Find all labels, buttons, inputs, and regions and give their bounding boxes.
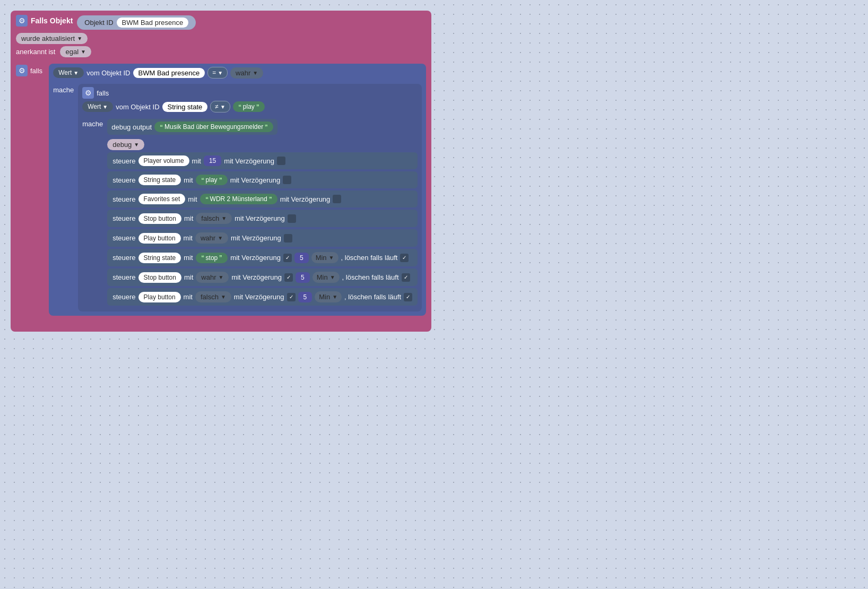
value-2: ❝ WDR 2 Münsterland ❞ xyxy=(200,194,277,204)
falls-label: falls xyxy=(30,67,42,75)
target-4[interactable]: Play button xyxy=(138,233,181,244)
play-quote-open: ❝ xyxy=(238,103,241,110)
loeschen-checkbox-5[interactable]: ✓ xyxy=(400,254,409,262)
delay-checkbox-2[interactable] xyxy=(333,195,341,203)
debug-output-row: debug output ❝ Musik Bad über Bewegungsm… xyxy=(107,116,418,138)
delay-num-7[interactable]: 5 xyxy=(298,292,313,302)
loeschen-label-6: , löschen falls läuft xyxy=(342,273,399,281)
target-0[interactable]: Player volume xyxy=(138,155,189,166)
mit-verz-label-4: mit Verzögerung xyxy=(231,234,281,242)
mit-verz-label-0: mit Verzögerung xyxy=(224,157,274,165)
steuere-row-7: steuere Play button mit falsch ▼ mit Ver… xyxy=(107,288,418,306)
value-0[interactable]: 15 xyxy=(204,155,221,166)
mit-verz-label-1: mit Verzögerung xyxy=(230,176,281,184)
falls-outer-block: Wert▼ vom Objekt ID BWM Bad presence =▼ … xyxy=(49,64,426,316)
mit-verz-label-2: mit Verzögerung xyxy=(280,195,331,203)
falls-inner-condition: Wert▼ vom Objekt ID String state ≠▼ ❝ pl… xyxy=(82,101,418,112)
falls-inner-objekt-id[interactable]: String state xyxy=(162,102,208,112)
steuere-row-5: steuere String state mit ❝ stop ❞ mit Ve… xyxy=(107,249,418,266)
value-6-dropdown[interactable]: wahr ▼ xyxy=(196,272,229,283)
loeschen-checkbox-7[interactable]: ✓ xyxy=(404,293,412,301)
objekt-id-label: Objekt ID xyxy=(84,19,113,27)
debug-type-dropdown[interactable]: debug ▼ xyxy=(107,139,144,150)
mit-verz-label-3: mit Verzögerung xyxy=(235,214,285,222)
delay-num-6[interactable]: 5 xyxy=(296,272,310,283)
delay-unit-7[interactable]: Min▼ xyxy=(315,291,342,302)
steuere-row-0: steuere Player volume mit 15 mit Verzöge… xyxy=(107,152,418,169)
mit-label-6: mit xyxy=(184,273,193,281)
dropdown-arrow: ▼ xyxy=(77,36,82,41)
falls-objekt-label: Falls Objekt xyxy=(31,16,73,25)
steuere-label-1: steuere xyxy=(112,176,135,184)
delay-unit-6[interactable]: Min▼ xyxy=(313,272,340,283)
falls-gear-icon[interactable]: ⚙ xyxy=(16,65,28,76)
falls-inner-gear-icon[interactable]: ⚙ xyxy=(82,87,94,99)
steuere-label-2: steuere xyxy=(112,195,135,203)
steuere-label-4: steuere xyxy=(112,234,135,242)
operator-neq[interactable]: ≠▼ xyxy=(210,101,230,112)
mit-label-4: mit xyxy=(184,234,193,242)
mache-outer-label: mache xyxy=(53,86,74,94)
play-value: play xyxy=(243,103,255,110)
delay-checkbox-0[interactable] xyxy=(277,157,285,165)
mache-inner-content: debug output ❝ Musik Bad über Bewegungsm… xyxy=(107,116,418,307)
mit-verz-label-7: mit Verzögerung xyxy=(234,293,284,301)
value-3-dropdown[interactable]: falsch ▼ xyxy=(196,213,232,224)
value-5: ❝ stop ❞ xyxy=(196,253,228,263)
steuere-label-7: steuere xyxy=(112,293,135,301)
delay-num-5[interactable]: 5 xyxy=(294,253,309,263)
mit-label-5: mit xyxy=(184,254,193,262)
debug-string-pill: ❝ Musik Bad über Bewegungsmelder ❞ xyxy=(154,122,273,132)
play-quote-close: ❞ xyxy=(256,103,259,110)
mit-label-1: mit xyxy=(184,176,193,184)
anerkannt-ist-label: anerkannt ist xyxy=(16,48,55,56)
target-7[interactable]: Play button xyxy=(138,292,181,302)
steuere-row-3: steuere Stop button mit falsch ▼ mit Ver… xyxy=(107,210,418,227)
delay-checkbox-7[interactable]: ✓ xyxy=(287,293,296,301)
loeschen-label-7: , löschen falls läuft xyxy=(344,293,401,301)
steuere-row-4: steuere Play button mit wahr ▼ mit Verzö… xyxy=(107,229,418,247)
loeschen-checkbox-6[interactable]: ✓ xyxy=(402,273,410,282)
steuere-label-3: steuere xyxy=(112,214,135,222)
wurde-aktualisiert-dropdown[interactable]: wurde aktualisiert ▼ xyxy=(16,33,88,44)
value-7-dropdown[interactable]: falsch ▼ xyxy=(195,291,231,302)
steuere-row-2: steuere Favorites set mit ❝ WDR 2 Münste… xyxy=(107,190,418,207)
target-1[interactable]: String state xyxy=(138,175,181,185)
mit-verz-label-6: mit Verzögerung xyxy=(231,273,282,281)
vom-objekt-label: vom Objekt ID xyxy=(86,69,130,77)
objekt-id-value[interactable]: BWM Bad presence xyxy=(117,18,189,28)
target-6[interactable]: Stop button xyxy=(138,272,181,283)
falls-objekt-id[interactable]: BWM Bad presence xyxy=(133,68,205,78)
value-4-dropdown[interactable]: wahr ▼ xyxy=(195,232,228,244)
falls-inner-block: ⚙ falls Wert▼ vom Objekt ID String state xyxy=(78,84,422,311)
mit-label-0: mit xyxy=(192,157,201,165)
delay-checkbox-3[interactable] xyxy=(288,214,296,223)
gear-icon[interactable]: ⚙ xyxy=(16,15,28,27)
dropdown-arrow-egal: ▼ xyxy=(81,49,86,55)
operator-equals[interactable]: =▼ xyxy=(207,67,228,79)
steuere-row-1: steuere String state mit ❝ play ❞ mit Ve… xyxy=(107,171,418,188)
delay-checkbox-6[interactable]: ✓ xyxy=(284,273,293,282)
falls-objekt-header: ⚙ Falls Objekt xyxy=(16,15,73,27)
delay-checkbox-5[interactable]: ✓ xyxy=(283,254,292,262)
play-string-pill: ❝ play ❞ xyxy=(233,101,265,112)
falls-inner-label: falls xyxy=(97,89,109,97)
loeschen-label-5: , löschen falls läuft xyxy=(341,254,398,262)
target-2[interactable]: Favorites set xyxy=(138,194,186,204)
steuere-row-6: steuere Stop button mit wahr ▼ mit Verzö… xyxy=(107,268,418,286)
wahr-dropdown[interactable]: wahr ▼ xyxy=(230,67,263,79)
delay-checkbox-4[interactable] xyxy=(284,234,292,242)
debug-output-label: debug output xyxy=(111,123,152,131)
delay-checkbox-1[interactable] xyxy=(283,176,291,184)
debug-text: Musik Bad über Bewegungsmelder xyxy=(164,123,263,131)
steuere-label-6: steuere xyxy=(112,273,135,281)
target-5[interactable]: String state xyxy=(138,253,181,263)
wert-inner-dropdown[interactable]: Wert▼ xyxy=(82,101,113,112)
egal-dropdown[interactable]: egal ▼ xyxy=(60,46,91,57)
mit-label-2: mit xyxy=(188,195,197,203)
target-3[interactable]: Stop button xyxy=(138,213,181,224)
mit-label-7: mit xyxy=(184,293,193,301)
wert-dropdown[interactable]: Wert▼ xyxy=(53,67,84,78)
delay-unit-5[interactable]: Min▼ xyxy=(311,252,338,263)
vom-objekt-inner-label: vom Objekt ID xyxy=(116,103,159,111)
